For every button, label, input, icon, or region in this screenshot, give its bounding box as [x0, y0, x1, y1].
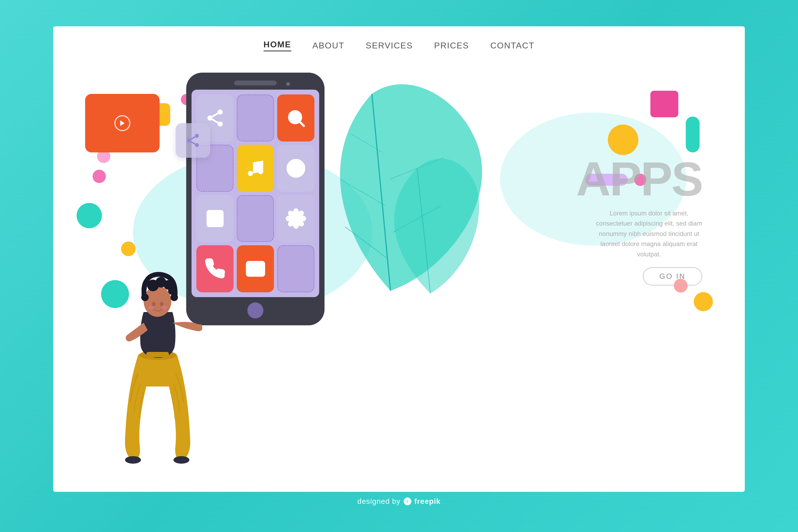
app-dashed-1[interactable]: [237, 94, 274, 141]
dec-yellow-dot: [121, 242, 136, 256]
svg-point-20: [171, 294, 178, 301]
phone-notch: [234, 81, 277, 86]
phone-home-button[interactable]: [247, 302, 263, 318]
footer-brand: freepik: [414, 497, 441, 506]
woman-illustration: [112, 259, 202, 472]
page-container: HOME ABOUT SERVICES PRICES CONTACT: [53, 26, 745, 492]
svg-point-25: [162, 306, 167, 309]
svg-rect-28: [146, 352, 169, 357]
main-content: APPS Lorem ipsum dolor sit amet, consect…: [53, 59, 745, 488]
video-card[interactable]: [85, 94, 159, 152]
nav-home[interactable]: HOME: [264, 40, 291, 51]
svg-point-34: [289, 111, 301, 123]
app-settings[interactable]: [277, 195, 315, 242]
svg-point-22: [152, 302, 156, 306]
nav-services[interactable]: SERVICES: [366, 41, 413, 51]
dec-pink-rect-right: [650, 91, 678, 117]
svg-line-35: [300, 122, 304, 127]
svg-point-27: [173, 456, 189, 464]
go-in-button[interactable]: GO IN: [643, 267, 702, 285]
dec-yellow-dot-right: [694, 292, 713, 311]
svg-point-23: [160, 302, 164, 306]
svg-point-10: [195, 143, 199, 147]
app-mail[interactable]: [237, 245, 274, 292]
dec-yellow-circle-right: [608, 125, 639, 155]
dec-teal-dot: [77, 203, 102, 228]
svg-marker-7: [120, 120, 125, 126]
phone-screen: [191, 90, 319, 297]
svg-line-33: [212, 113, 218, 117]
app-clock[interactable]: [277, 145, 315, 192]
hero-title: APPS: [576, 155, 702, 203]
svg-point-9: [187, 138, 191, 142]
svg-point-37: [258, 169, 263, 174]
freepik-logo-icon: f: [403, 497, 412, 506]
phone-mockup: [186, 73, 324, 325]
svg-line-12: [190, 137, 195, 139]
dec-pink-dot2: [93, 170, 106, 183]
app-photo[interactable]: [196, 195, 233, 242]
app-search[interactable]: [277, 94, 315, 141]
svg-point-24: [148, 306, 154, 309]
svg-text:f: f: [407, 500, 408, 503]
footer-text: designed by: [358, 497, 401, 506]
svg-point-36: [248, 171, 253, 176]
phone-camera: [286, 82, 290, 86]
svg-point-21: [141, 294, 149, 301]
app-music[interactable]: [237, 145, 274, 192]
nav-about[interactable]: ABOUT: [312, 41, 344, 51]
share-icon-card: [175, 123, 210, 158]
navigation: HOME ABOUT SERVICES PRICES CONTACT: [53, 26, 745, 59]
nav-contact[interactable]: CONTACT: [490, 41, 534, 51]
svg-point-30: [207, 115, 212, 120]
nav-prices[interactable]: PRICES: [434, 41, 469, 51]
svg-line-32: [212, 119, 218, 122]
hero-description: Lorem ipsum dolor sit amet, consectetuer…: [596, 208, 702, 259]
svg-point-8: [195, 134, 199, 138]
app-dashed-3[interactable]: [237, 195, 274, 242]
svg-point-29: [217, 109, 223, 114]
dec-teal-pill-right: [686, 116, 700, 152]
svg-point-31: [217, 121, 223, 126]
leaf-decoration: [298, 73, 483, 302]
hero-text-section: APPS Lorem ipsum dolor sit amet, consect…: [576, 155, 702, 285]
svg-point-26: [125, 456, 141, 464]
footer: designed by f freepik: [358, 497, 441, 506]
app-dashed-4[interactable]: [277, 245, 315, 292]
svg-line-11: [190, 141, 195, 144]
svg-point-15: [144, 286, 171, 317]
svg-point-19: [168, 286, 177, 295]
play-button[interactable]: [114, 115, 130, 131]
